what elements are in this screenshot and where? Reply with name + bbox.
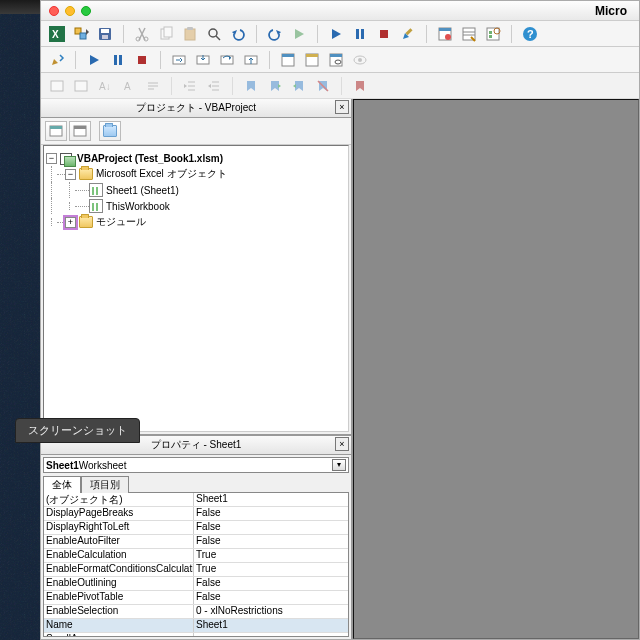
insert-dropdown-icon[interactable] xyxy=(71,24,91,44)
paste-icon[interactable] xyxy=(180,24,200,44)
step-out-icon[interactable] xyxy=(241,50,261,70)
object-selector[interactable]: Sheet1 Worksheet ▾ xyxy=(43,457,349,473)
property-row[interactable]: EnablePivotTableFalse xyxy=(44,591,348,605)
run-sub-icon[interactable] xyxy=(84,50,104,70)
step-over-icon[interactable] xyxy=(217,50,237,70)
close-window-button[interactable] xyxy=(49,6,59,16)
pause-icon[interactable] xyxy=(350,24,370,44)
property-value[interactable]: False xyxy=(194,591,348,604)
minimize-window-button[interactable] xyxy=(65,6,75,16)
property-row[interactable]: EnableAutoFilterFalse xyxy=(44,535,348,549)
property-row[interactable]: NameSheet1 xyxy=(44,619,348,633)
property-value[interactable]: Sheet1 xyxy=(194,619,348,632)
undo-icon[interactable] xyxy=(228,24,248,44)
property-row[interactable]: (オブジェクト名)Sheet1 xyxy=(44,493,348,507)
svg-point-13 xyxy=(209,29,217,37)
copy-icon[interactable] xyxy=(156,24,176,44)
property-row[interactable]: EnableFormatConditionsCalculationTrue xyxy=(44,563,348,577)
tab-categorized[interactable]: 項目別 xyxy=(81,476,129,493)
toggle-bookmark-icon[interactable] xyxy=(241,76,261,96)
property-row[interactable]: EnableCalculationTrue xyxy=(44,549,348,563)
property-value[interactable]: 0 - xlNoRestrictions xyxy=(194,605,348,618)
svg-text:A: A xyxy=(124,81,131,92)
tree-sheet1[interactable]: Sheet1 (Sheet1) xyxy=(46,182,346,198)
object-browser-icon[interactable] xyxy=(483,24,503,44)
properties-window-icon[interactable] xyxy=(459,24,479,44)
next-bookmark-icon[interactable] xyxy=(265,76,285,96)
tree-thisworkbook[interactable]: ThisWorkbook xyxy=(46,198,346,214)
svg-rect-26 xyxy=(489,31,492,34)
tree-excel-objects[interactable]: − Microsoft Excel オブジェクト xyxy=(46,166,346,182)
immediate-window-icon[interactable] xyxy=(302,50,322,70)
stop-icon[interactable] xyxy=(374,24,394,44)
property-value[interactable]: False xyxy=(194,521,348,534)
collapse-icon[interactable]: − xyxy=(65,169,76,180)
clear-bookmarks-icon[interactable] xyxy=(313,76,333,96)
reset-icon[interactable] xyxy=(132,50,152,70)
property-value[interactable]: Sheet1 xyxy=(194,493,348,506)
svg-rect-41 xyxy=(306,54,318,57)
property-row[interactable]: DisplayPageBreaksFalse xyxy=(44,507,348,521)
tree-modules[interactable]: + モジュール xyxy=(46,214,346,230)
svg-line-14 xyxy=(216,36,220,40)
toggle-folders-button[interactable] xyxy=(99,121,121,141)
collapse-icon[interactable]: − xyxy=(46,153,57,164)
property-value[interactable] xyxy=(194,633,348,637)
run-icon[interactable] xyxy=(326,24,346,44)
project-panel-close-button[interactable]: × xyxy=(335,100,349,114)
watch-window-icon[interactable] xyxy=(326,50,346,70)
svg-rect-27 xyxy=(489,35,492,38)
comment-block-icon[interactable] xyxy=(350,76,370,96)
locals-window-icon[interactable] xyxy=(278,50,298,70)
svg-rect-17 xyxy=(380,30,388,38)
tab-all[interactable]: 全体 xyxy=(43,476,81,493)
excel-app-icon[interactable]: X xyxy=(47,24,67,44)
view-code-button[interactable] xyxy=(45,121,67,141)
debug-toolbar xyxy=(41,47,639,73)
prev-bookmark-icon[interactable] xyxy=(289,76,309,96)
property-name: Name xyxy=(44,619,194,632)
quick-info-icon: A↓ xyxy=(95,76,115,96)
tree-root[interactable]: − VBAProject (Test_Book1.xlsm) xyxy=(46,150,346,166)
quick-watch-icon[interactable] xyxy=(350,50,370,70)
help-icon[interactable]: ? xyxy=(520,24,540,44)
property-row[interactable]: EnableOutliningFalse xyxy=(44,577,348,591)
svg-rect-43 xyxy=(330,54,342,57)
properties-panel-close-button[interactable]: × xyxy=(335,437,349,451)
workbook-icon xyxy=(89,199,103,213)
parameter-info-icon: A xyxy=(119,76,139,96)
property-row[interactable]: DisplayRightToLeftFalse xyxy=(44,521,348,535)
find-icon[interactable] xyxy=(204,24,224,44)
list-constants-icon xyxy=(71,76,91,96)
svg-rect-15 xyxy=(356,29,359,39)
property-value[interactable]: True xyxy=(194,549,348,562)
property-value[interactable]: False xyxy=(194,577,348,590)
toggle-breakpoint-icon[interactable] xyxy=(169,50,189,70)
zoom-window-button[interactable] xyxy=(81,6,91,16)
run-continue-icon[interactable] xyxy=(289,24,309,44)
svg-rect-31 xyxy=(114,55,117,65)
project-panel-title: プロジェクト - VBAProject × xyxy=(41,99,351,118)
project-tree[interactable]: − VBAProject (Test_Book1.xlsm) − Microso… xyxy=(43,145,349,432)
project-explorer-icon[interactable] xyxy=(435,24,455,44)
save-icon[interactable] xyxy=(95,24,115,44)
worksheet-icon xyxy=(89,183,103,197)
property-value[interactable]: True xyxy=(194,563,348,576)
break-icon[interactable] xyxy=(108,50,128,70)
dropdown-arrow-icon[interactable]: ▾ xyxy=(332,459,346,471)
list-properties-icon xyxy=(47,76,67,96)
view-object-button[interactable] xyxy=(69,121,91,141)
design-mode-icon[interactable] xyxy=(398,24,418,44)
property-row[interactable]: EnableSelection0 - xlNoRestrictions xyxy=(44,605,348,619)
step-into-icon[interactable] xyxy=(193,50,213,70)
property-row[interactable]: ScrollArea xyxy=(44,633,348,637)
complete-word-icon xyxy=(143,76,163,96)
cut-icon[interactable] xyxy=(132,24,152,44)
property-value[interactable]: False xyxy=(194,507,348,520)
expand-modules-icon[interactable]: + xyxy=(65,217,76,228)
redo-icon[interactable] xyxy=(265,24,285,44)
compile-icon[interactable] xyxy=(47,50,67,70)
svg-rect-6 xyxy=(102,35,108,39)
property-value[interactable]: False xyxy=(194,535,348,548)
properties-grid[interactable]: (オブジェクト名)Sheet1DisplayPageBreaksFalseDis… xyxy=(43,492,349,637)
